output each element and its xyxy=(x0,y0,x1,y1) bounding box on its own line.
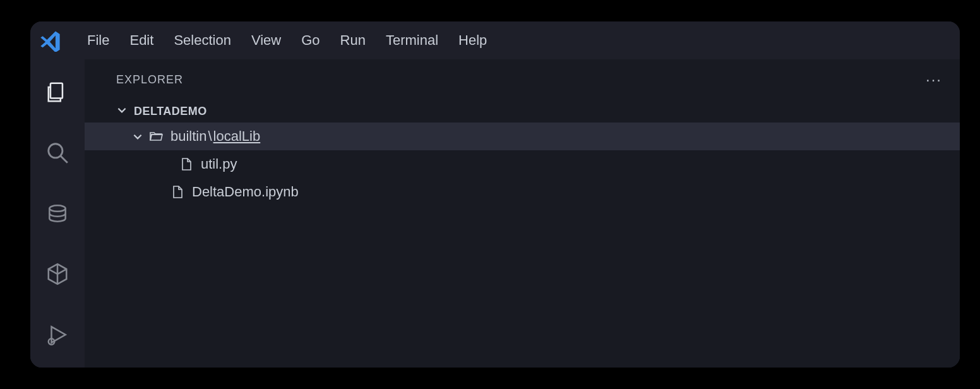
search-icon[interactable] xyxy=(45,140,70,165)
file-row-util[interactable]: util.py xyxy=(85,150,960,178)
explorer-title: EXPLORER xyxy=(116,73,183,87)
svg-rect-0 xyxy=(51,83,63,99)
menu-terminal[interactable]: Terminal xyxy=(376,28,448,52)
folder-label-prefix: builtin xyxy=(170,128,206,145)
menu-selection[interactable]: Selection xyxy=(164,28,241,52)
menubar: File Edit Selection View Go Run Terminal… xyxy=(30,21,960,59)
folder-open-icon xyxy=(148,128,164,145)
chevron-down-icon xyxy=(131,131,144,142)
svg-point-1 xyxy=(49,144,63,158)
file-icon xyxy=(169,184,186,200)
activity-bar xyxy=(30,59,85,368)
explorer-header: EXPLORER ··· xyxy=(85,59,960,100)
workspace-section-header[interactable]: DELTADEMO xyxy=(85,100,960,123)
svg-point-3 xyxy=(49,205,65,212)
file-icon xyxy=(178,156,194,172)
menu-view[interactable]: View xyxy=(241,28,291,52)
file-label: util.py xyxy=(201,156,237,172)
body-area: EXPLORER ··· DELTADEMO xyxy=(30,59,960,368)
explorer-icon[interactable] xyxy=(45,80,70,105)
explorer-panel: EXPLORER ··· DELTADEMO xyxy=(85,59,960,368)
extensions-icon[interactable] xyxy=(45,261,70,287)
folder-row-locallib[interactable]: builtin \ localLib xyxy=(85,123,960,150)
menu-go[interactable]: Go xyxy=(291,28,330,52)
menu-edit[interactable]: Edit xyxy=(119,28,164,52)
vscode-window: File Edit Selection View Go Run Terminal… xyxy=(30,21,960,368)
explorer-more-icon[interactable]: ··· xyxy=(926,71,942,88)
menu-file[interactable]: File xyxy=(77,28,119,52)
path-separator: \ xyxy=(208,128,212,145)
source-control-icon[interactable] xyxy=(45,201,70,226)
file-row-notebook[interactable]: DeltaDemo.ipynb xyxy=(85,178,960,206)
svg-line-2 xyxy=(61,156,68,163)
run-debug-icon[interactable] xyxy=(45,322,70,347)
vscode-logo-icon xyxy=(39,29,62,52)
chevron-down-icon xyxy=(116,104,128,119)
folder-label-name: localLib xyxy=(213,128,261,145)
file-label: DeltaDemo.ipynb xyxy=(192,184,299,200)
workspace-name: DELTADEMO xyxy=(134,105,207,118)
menu-help[interactable]: Help xyxy=(448,28,497,52)
file-tree: builtin \ localLib util.py xyxy=(85,123,960,206)
menu-run[interactable]: Run xyxy=(330,28,376,52)
